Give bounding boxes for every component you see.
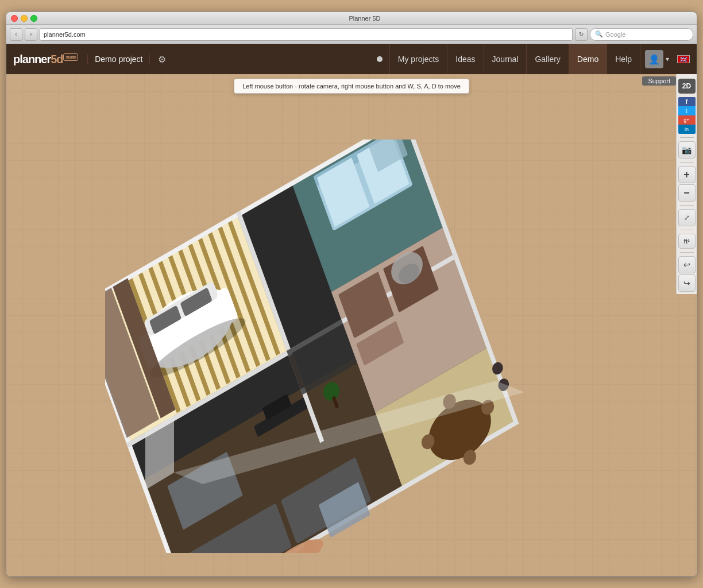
app-navbar: planner5d studio Demo project ⚙ My proje… bbox=[6, 44, 697, 74]
search-placeholder: Google bbox=[605, 31, 625, 38]
user-area: 👤 ▾ bbox=[640, 50, 674, 68]
app-logo: planner5d studio bbox=[13, 53, 78, 66]
search-icon: 🔍 bbox=[595, 30, 603, 38]
maximize-button[interactable] bbox=[30, 15, 37, 22]
house-3d-view bbox=[105, 140, 553, 553]
logo-area: planner5d studio bbox=[13, 53, 78, 66]
close-button[interactable] bbox=[11, 15, 18, 22]
toolbar-divider-1 bbox=[680, 137, 694, 138]
language-flag[interactable]: 🇬🇧 bbox=[677, 55, 690, 63]
toolbar-divider-3 bbox=[680, 205, 694, 206]
nav-link-demo[interactable]: Demo bbox=[569, 44, 607, 74]
support-area: Support bbox=[642, 76, 676, 86]
project-name[interactable]: Demo project bbox=[87, 55, 150, 64]
toolbar-divider-4 bbox=[680, 230, 694, 230]
undo-button[interactable]: ↩ bbox=[678, 256, 696, 273]
linkedin-share-button[interactable]: in bbox=[678, 125, 696, 134]
googleplus-share-button[interactable]: g+ bbox=[678, 115, 696, 125]
address-text: planner5d.com bbox=[44, 31, 86, 38]
nav-link-journal[interactable]: Journal bbox=[484, 44, 527, 74]
refresh-button[interactable]: ↻ bbox=[575, 28, 588, 41]
settings-icon[interactable]: ⚙ bbox=[153, 54, 171, 65]
dropdown-arrow[interactable]: ▾ bbox=[666, 55, 669, 63]
nav-link-my-projects[interactable]: My projects bbox=[389, 44, 448, 74]
nav-link-ideas[interactable]: Ideas bbox=[447, 44, 484, 74]
toolbar-divider-2 bbox=[680, 162, 694, 163]
nav-link-gallery[interactable]: Gallery bbox=[527, 44, 569, 74]
facebook-share-button[interactable]: f bbox=[678, 97, 696, 106]
redo-button[interactable]: ↪ bbox=[678, 274, 696, 292]
nav-link-help[interactable]: Help bbox=[607, 44, 640, 74]
zoom-out-button[interactable]: − bbox=[678, 184, 696, 202]
browser-window: Planner 5D ‹ › planner5d.com ↻ 🔍 Google … bbox=[6, 11, 697, 577]
right-toolbar: 2D f t g+ in 📷 + − ⤢ ft² bbox=[676, 74, 697, 294]
browser-titlebar: Planner 5D bbox=[6, 12, 697, 25]
back-button[interactable]: ‹ bbox=[10, 28, 22, 41]
browser-title: Planner 5D bbox=[37, 15, 692, 22]
mode-2d-button[interactable]: 2D bbox=[678, 79, 696, 94]
main-viewport[interactable]: Support Left mouse button - rotate camer… bbox=[6, 74, 697, 577]
units-button[interactable]: ft² bbox=[678, 234, 696, 249]
social-share-group: f t g+ in bbox=[678, 97, 696, 134]
address-bar[interactable]: planner5d.com bbox=[40, 28, 573, 41]
camera-button[interactable]: 📷 bbox=[678, 141, 696, 158]
house-svg bbox=[105, 140, 553, 553]
help-tooltip: Left mouse button - rotate camera, right… bbox=[234, 79, 469, 94]
forward-button[interactable]: › bbox=[25, 28, 37, 41]
nav-separator-dot bbox=[377, 56, 383, 62]
fullscreen-button[interactable]: ⤢ bbox=[678, 209, 696, 226]
search-bar[interactable]: 🔍 Google bbox=[590, 28, 693, 41]
browser-toolbar: ‹ › planner5d.com ↻ 🔍 Google bbox=[6, 25, 697, 44]
window-controls bbox=[11, 15, 37, 22]
user-avatar[interactable]: 👤 bbox=[645, 50, 663, 68]
twitter-share-button[interactable]: t bbox=[678, 106, 696, 115]
zoom-in-button[interactable]: + bbox=[678, 166, 696, 183]
support-button[interactable]: Support bbox=[642, 76, 676, 86]
minimize-button[interactable] bbox=[21, 15, 28, 22]
toolbar-divider-5 bbox=[680, 252, 694, 253]
nav-links: My projects Ideas Journal Gallery Demo H… bbox=[389, 44, 640, 74]
logo-badge: studio bbox=[63, 53, 78, 61]
